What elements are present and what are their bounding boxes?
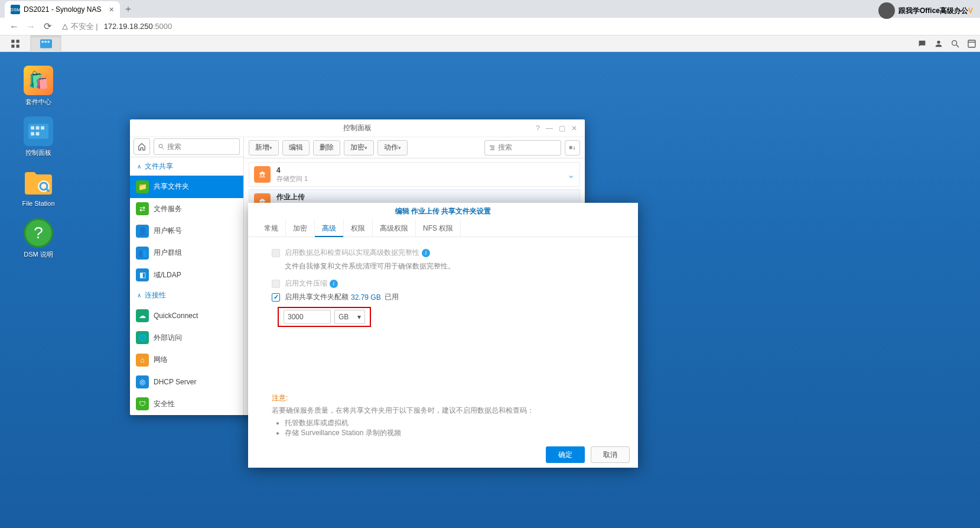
sidebar-item-quickconnect[interactable]: ☁QuickConnect — [130, 305, 243, 327]
svg-point-8 — [937, 41, 940, 44]
url-field[interactable]: 不安全 | 172.19.18.250:5000 — [61, 21, 172, 32]
network-icon: ⌂ — [136, 354, 149, 367]
browser-tab[interactable]: DSM DS2021 - Synology NAS × — [5, 1, 120, 18]
sort-button[interactable]: ≡↓ — [565, 140, 580, 156]
tab-advanced[interactable]: 高级 — [315, 219, 344, 237]
window-controls: ? — ▢ ✕ — [533, 119, 580, 137]
folder-name: 4 — [276, 166, 567, 174]
svg-point-9 — [952, 41, 957, 46]
sidebar-item-domain-ldap[interactable]: ◧域/LDAP — [130, 264, 243, 286]
sidebar-item-security[interactable]: 🛡安全性 — [130, 393, 243, 415]
svg-point-24 — [261, 174, 262, 176]
dsm-desktop: 🛍️ 套件中心 控制面板 File Station ? DSM 说明 控制面板 … — [0, 35, 980, 528]
svg-rect-13 — [28, 124, 48, 139]
checksum-label: 启用数据总和检查码以实现高级数据完整性 — [285, 248, 419, 258]
window-title: 控制面板 — [343, 123, 372, 133]
sidebar-search-input[interactable]: 搜索 — [154, 138, 240, 155]
forward-button[interactable]: → — [24, 20, 38, 34]
taskbar-user-icon[interactable] — [930, 35, 947, 52]
edit-button[interactable]: 编辑 — [282, 140, 310, 156]
avatar-icon — [878, 2, 895, 19]
taskbar-search-icon[interactable] — [947, 35, 963, 52]
chevron-down-icon[interactable]: ⌄ — [567, 169, 575, 180]
user-icon: 👤 — [136, 225, 149, 238]
desktop-icon-dsm-help[interactable]: ? DSM 说明 — [12, 215, 65, 262]
file-service-icon: ⇄ — [136, 202, 149, 215]
encrypt-button[interactable]: 加密 — [344, 140, 374, 156]
info-icon[interactable]: i — [330, 280, 338, 288]
shield-icon: 🛡 — [136, 397, 149, 410]
svg-rect-14 — [31, 126, 34, 129]
profile-badge: V — [968, 7, 973, 15]
sidebar-item-dhcp[interactable]: ◎DHCP Server — [130, 371, 243, 393]
taskbar-item-control-panel[interactable] — [31, 35, 61, 52]
cancel-button[interactable]: 取消 — [591, 446, 630, 463]
browser-profile[interactable]: 跟我学Office高级办公V — [878, 2, 973, 19]
list-item[interactable]: 4 存储空间 1 ⌄ — [249, 162, 580, 187]
desktop-icon-control-panel[interactable]: 控制面板 — [12, 113, 65, 160]
toolbar-search-input[interactable]: 搜索 — [484, 140, 561, 156]
sidebar-item-external-access[interactable]: 🌐外部访问 — [130, 327, 243, 349]
sidebar-item-user[interactable]: 👤用户帐号 — [130, 220, 243, 242]
back-button[interactable]: ← — [7, 20, 21, 34]
taskbar-widget-icon[interactable] — [963, 35, 980, 52]
tab-nfs-permissions[interactable]: NFS 权限 — [416, 219, 461, 237]
tab-encryption[interactable]: 加密 — [286, 219, 315, 237]
svg-rect-17 — [31, 132, 34, 135]
svg-rect-4 — [40, 40, 52, 48]
quota-value-input[interactable]: 3000 — [284, 310, 331, 324]
reload-button[interactable]: ⟳ — [40, 20, 54, 34]
svg-point-25 — [263, 174, 264, 176]
home-button[interactable] — [134, 138, 150, 155]
desktop-icon-file-station[interactable]: File Station — [12, 164, 65, 211]
tab-advanced-permissions[interactable]: 高级权限 — [373, 219, 416, 237]
quota-unit-select[interactable]: GB▾ — [334, 310, 365, 324]
sidebar-section-file-sharing[interactable]: 文件共享 — [130, 157, 243, 176]
quota-used-suffix: 已用 — [385, 292, 399, 302]
desktop-icon-package-center[interactable]: 🛍️ 套件中心 — [12, 62, 65, 109]
compression-option: 启用文件压缩 i — [272, 278, 614, 289]
compression-label: 启用文件压缩 — [285, 278, 327, 289]
create-button[interactable]: 新增 — [249, 140, 279, 156]
sidebar-item-file-services[interactable]: ⇄文件服务 — [130, 198, 243, 220]
minimize-icon[interactable]: — — [546, 124, 553, 132]
group-icon: 👥 — [136, 247, 149, 260]
action-button[interactable]: 动作 — [377, 140, 408, 156]
folder-name: 作业上传 — [276, 192, 567, 202]
delete-button[interactable]: 删除 — [313, 140, 340, 156]
svg-rect-3 — [16, 45, 19, 48]
sidebar-item-network[interactable]: ⌂网络 — [130, 349, 243, 371]
sidebar-item-shared-folder[interactable]: 📁共享文件夹 — [130, 176, 243, 197]
svg-rect-0 — [11, 40, 14, 43]
quota-checkbox[interactable] — [272, 293, 280, 302]
svg-rect-6 — [44, 41, 46, 43]
help-icon: ? — [24, 218, 53, 248]
maximize-icon[interactable]: ▢ — [559, 124, 565, 132]
chevron-down-icon: ▾ — [357, 313, 361, 321]
taskbar-chat-icon[interactable] — [914, 35, 930, 52]
tab-title: DS2021 - Synology NAS — [24, 5, 101, 14]
svg-point-22 — [159, 144, 162, 148]
quota-used-value: 32.79 GB — [351, 293, 381, 302]
dsm-taskbar — [0, 35, 980, 52]
quickconnect-icon: ☁ — [136, 309, 149, 322]
control-panel-sidebar: 搜索 文件共享 📁共享文件夹 ⇄文件服务 👤用户帐号 👥用户群组 ◧域/LDAP… — [130, 137, 244, 415]
note-block: 注意: 若要确保服务质量，在将共享文件夹用于以下服务时，建议不启用数据总和检查码… — [272, 393, 614, 438]
controlpanel-icon — [24, 116, 53, 146]
svg-rect-16 — [41, 126, 44, 129]
sidebar-item-group[interactable]: 👥用户群组 — [130, 242, 243, 264]
info-icon[interactable]: i — [422, 249, 430, 257]
new-tab-button[interactable]: ＋ — [120, 1, 136, 17]
sidebar-section-connectivity[interactable]: 连接性 — [130, 286, 243, 305]
help-icon[interactable]: ? — [536, 124, 540, 132]
svg-rect-11 — [968, 40, 975, 47]
window-titlebar[interactable]: 控制面板 ? — ▢ ✕ — [130, 119, 585, 137]
tab-favicon-icon: DSM — [11, 5, 20, 14]
taskbar-menu-button[interactable] — [0, 35, 31, 52]
tab-general[interactable]: 常规 — [257, 219, 286, 237]
close-icon[interactable]: ✕ — [571, 124, 577, 132]
ok-button[interactable]: 确定 — [546, 446, 585, 463]
tab-permissions[interactable]: 权限 — [344, 219, 373, 237]
quota-input-group: 3000 GB▾ — [278, 307, 371, 327]
close-tab-icon[interactable]: × — [109, 5, 114, 14]
